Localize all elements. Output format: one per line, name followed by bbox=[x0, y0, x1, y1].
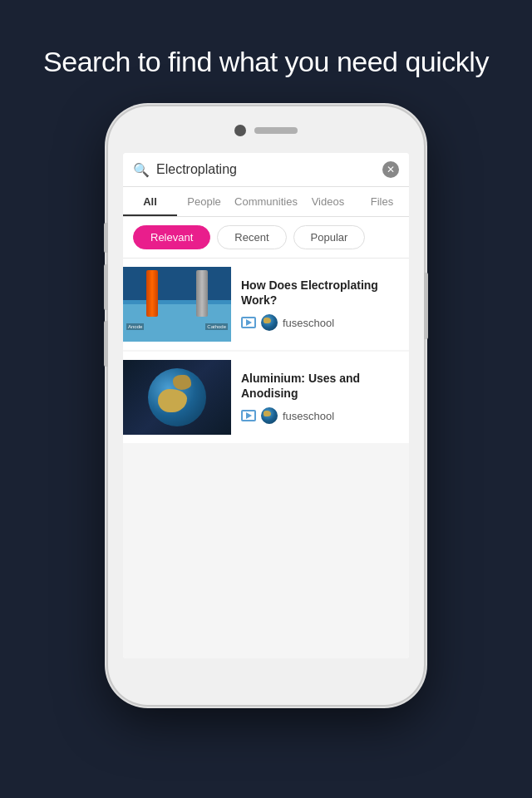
side-button-vol-down bbox=[104, 321, 108, 367]
channel-name-2: fuseschool bbox=[283, 410, 334, 422]
side-button-vol-up bbox=[104, 264, 108, 310]
search-input[interactable] bbox=[156, 162, 376, 177]
phone-mockup: 🔍 ✕ All People Communities Videos Files … bbox=[108, 106, 424, 705]
filter-relevant[interactable]: Relevant bbox=[133, 225, 210, 249]
rod-anode bbox=[146, 270, 158, 317]
phone-screen: 🔍 ✕ All People Communities Videos Files … bbox=[123, 153, 409, 658]
video-icon bbox=[241, 410, 256, 421]
result-title-2: Aluminium: Uses and Anodising bbox=[241, 371, 399, 401]
app-content: 🔍 ✕ All People Communities Videos Files … bbox=[123, 153, 409, 658]
search-icon: 🔍 bbox=[133, 162, 150, 178]
earth-land-1 bbox=[158, 389, 187, 412]
filter-bar: Relevant Recent Popular bbox=[123, 217, 409, 259]
result-thumbnail-1: Anode Cathode bbox=[123, 267, 231, 342]
side-button-mute bbox=[104, 223, 108, 253]
phone-speaker bbox=[254, 127, 298, 134]
search-clear-button[interactable]: ✕ bbox=[382, 161, 399, 178]
result-meta-2: fuseschool bbox=[241, 407, 399, 424]
result-item[interactable]: Anode Cathode How Does Electroplating Wo… bbox=[123, 259, 409, 350]
channel-avatar-2 bbox=[261, 407, 278, 424]
hero-title: Search to find what you need quickly bbox=[10, 43, 522, 80]
phone-top-bar bbox=[234, 125, 298, 136]
channel-name-1: fuseschool bbox=[283, 317, 334, 329]
filter-popular[interactable]: Popular bbox=[293, 225, 366, 249]
rod-cathode bbox=[196, 270, 208, 317]
label-cathode: Cathode bbox=[205, 323, 228, 330]
tabs-bar: All People Communities Videos Files bbox=[123, 187, 409, 217]
tab-all[interactable]: All bbox=[123, 187, 177, 216]
tab-files[interactable]: Files bbox=[355, 187, 409, 216]
video-icon bbox=[241, 317, 256, 328]
result-info-1: How Does Electroplating Work? fuseschool bbox=[241, 278, 399, 331]
tab-people[interactable]: People bbox=[177, 187, 231, 216]
label-anode: Anode bbox=[126, 323, 144, 330]
phone-camera bbox=[234, 125, 246, 136]
result-meta-1: fuseschool bbox=[241, 314, 399, 331]
tab-communities[interactable]: Communities bbox=[231, 187, 301, 216]
channel-icon-land bbox=[264, 318, 271, 323]
earth-land-2 bbox=[173, 375, 191, 390]
tab-videos[interactable]: Videos bbox=[301, 187, 355, 216]
filter-recent[interactable]: Recent bbox=[217, 225, 286, 249]
result-item[interactable]: Aluminium: Uses and Anodising fuseschool bbox=[123, 352, 409, 443]
channel-icon-land bbox=[264, 411, 271, 416]
result-thumbnail-2 bbox=[123, 360, 231, 435]
side-button-power bbox=[424, 273, 428, 339]
channel-avatar-1 bbox=[261, 314, 278, 331]
phone-frame: 🔍 ✕ All People Communities Videos Files … bbox=[108, 106, 424, 705]
result-title-1: How Does Electroplating Work? bbox=[241, 278, 399, 308]
earth-sphere bbox=[148, 368, 206, 426]
search-bar: 🔍 ✕ bbox=[123, 153, 409, 187]
results-list: Anode Cathode How Does Electroplating Wo… bbox=[123, 259, 409, 658]
result-info-2: Aluminium: Uses and Anodising fuseschool bbox=[241, 371, 399, 424]
